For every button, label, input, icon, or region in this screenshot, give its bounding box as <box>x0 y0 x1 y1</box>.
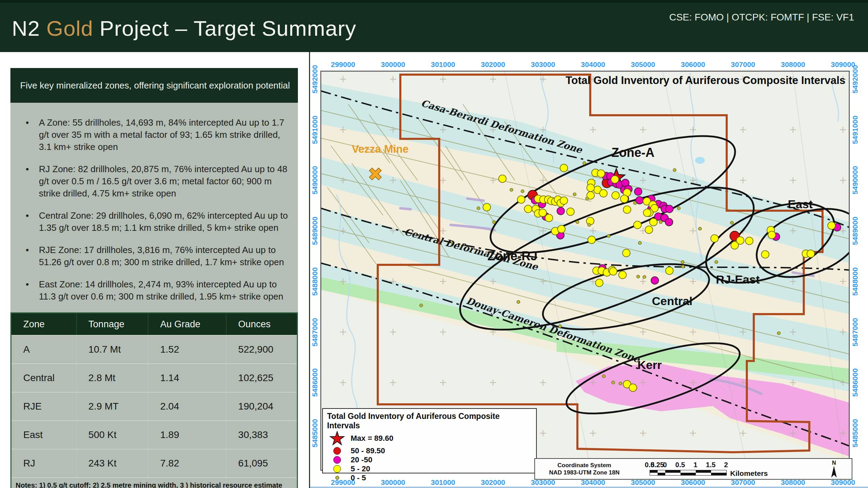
drillhole-point <box>545 214 553 222</box>
legend-item: 0 - 5 <box>327 473 533 482</box>
resource-table-foot: Notes: 1) 0.5 g/t cutoff; 2) 2.5 metre m… <box>11 478 298 488</box>
coordinate-system: Coordinate System NAD 1983-UTM Zone 18N <box>539 462 629 476</box>
drillhole-point <box>620 195 628 203</box>
table-cell: 1.89 <box>148 421 226 449</box>
bullet-item: Central Zone: 29 drillholes, 6,090 m, 62… <box>22 210 292 234</box>
drillhole-point <box>634 221 641 229</box>
scalebar-segment <box>711 470 726 473</box>
axis-tick-label: 5485000 <box>851 419 859 447</box>
drillhole-point <box>623 206 631 213</box>
scalebar-bar <box>650 470 727 476</box>
legend-item-label: 20 -50 <box>351 455 372 464</box>
table-cell: 190,204 <box>226 392 298 421</box>
scalebar-number: 2 <box>724 461 728 469</box>
scalebar-segment <box>665 470 681 473</box>
axis-tick-label: 5485000 <box>311 419 319 447</box>
table-cell: 1.14 <box>148 364 226 392</box>
table-cell: 243 Kt <box>76 449 148 478</box>
coordinate-system-line1: Coordinate System <box>539 462 629 469</box>
legend-dot-icon <box>327 465 347 473</box>
drillhole-point <box>666 267 673 275</box>
map-panel: Casa-Berardi Deformation ZoneCentral Def… <box>309 52 868 488</box>
scalebar-unit: Kilometers <box>730 469 768 478</box>
drillhole-point <box>715 261 718 264</box>
drillhole-point <box>637 275 640 278</box>
scalebar-segment <box>665 473 681 475</box>
key-message-text: Five key mineralized zones, offering sig… <box>20 80 290 91</box>
legend-item-label: 5 - 20 <box>351 464 370 473</box>
lake <box>695 157 705 164</box>
drillhole-point <box>619 382 622 385</box>
drillhole-point <box>651 277 659 284</box>
drillhole-point <box>666 205 673 213</box>
axis-tick-label: 305000 <box>631 60 655 69</box>
bullet-item: RJE Zone: 17 drillholes, 3,816 m, 76% in… <box>22 244 292 268</box>
axis-tick-label: 5490000 <box>311 166 319 195</box>
drillhole-point <box>634 188 642 195</box>
axis-tick-label: 306000 <box>681 60 705 69</box>
legend-item-label: 0 - 5 <box>351 473 366 482</box>
scalebar-segment <box>658 470 665 473</box>
bullet-item: A Zone: 55 drillholes, 14,693 m, 84% int… <box>22 117 292 153</box>
scalebar-number: 0.25 <box>651 461 664 469</box>
table-cell: 30,383 <box>226 421 298 449</box>
scalebar-segment <box>696 470 711 473</box>
bullet-item: RJ Zone: 82 drillholes, 20,875 m, 76% in… <box>22 163 292 200</box>
drillhole-point <box>587 184 594 192</box>
zone-label: Central <box>652 294 692 308</box>
zone-label: Zone-RJ <box>487 249 537 263</box>
drillhole-point <box>682 265 685 268</box>
drillhole-point <box>573 193 576 196</box>
axis-tick-label: 5491000 <box>311 116 319 144</box>
legend-item-label: Max = 89.60 <box>351 434 393 443</box>
axis-tick-label: 5488000 <box>311 267 319 296</box>
drillhole-point <box>611 176 619 183</box>
drillhole-point <box>629 384 637 392</box>
drillhole-point <box>607 235 610 238</box>
legend-item: ★Max = 89.60 <box>327 431 533 446</box>
scalebar-number: 1 <box>693 461 697 469</box>
scalebar-segment <box>658 473 665 475</box>
drillhole-point <box>612 381 615 384</box>
drillhole-point <box>745 237 753 245</box>
map-legend: Total Gold Inventory of Auriferous Compo… <box>322 408 537 473</box>
drillhole-point <box>643 276 646 279</box>
table-cell: Central <box>11 364 77 392</box>
title-gold-word: Gold <box>46 16 93 40</box>
axis-tick-label: 5492000 <box>311 65 319 93</box>
drillhole-point <box>650 218 657 226</box>
drillhole-point <box>612 192 619 199</box>
drillhole-point <box>636 196 643 204</box>
drillhole-point <box>595 279 603 287</box>
table-cell: 2.04 <box>148 392 226 421</box>
drillhole-point <box>699 227 702 230</box>
key-message-box: Five key mineralized zones, offering sig… <box>10 68 298 103</box>
scalebar-segment <box>696 473 711 475</box>
title-prefix: N2 <box>12 16 46 40</box>
legend-dot-icon <box>327 456 347 464</box>
scalebar-segment <box>711 473 726 475</box>
drillhole-point <box>768 231 776 239</box>
drillhole-point <box>524 205 532 213</box>
drillhole-point <box>517 301 520 304</box>
table-row: RJ243 Kt7.8261,095 <box>11 449 298 478</box>
table-notes: Notes: 1) 0.5 g/t cutoff; 2) 2.5 metre m… <box>11 478 298 488</box>
axis-tick-label: 5486000 <box>851 368 859 397</box>
drillhole-point <box>588 224 591 227</box>
axis-tick-label: 5486000 <box>311 368 319 397</box>
drillhole-point <box>855 245 862 252</box>
dot-icon <box>333 456 341 464</box>
zone-label: RJ-East <box>716 273 760 286</box>
drillhole-point <box>560 197 568 204</box>
drillhole-point <box>560 164 568 172</box>
drillhole-point <box>567 208 574 216</box>
axis-tick-label: 301000 <box>431 60 455 69</box>
bottom-accent-line <box>310 487 868 488</box>
star-icon: ★ <box>329 431 345 445</box>
vezza-mine-x-icon: ✖ <box>368 164 383 184</box>
drillhole-point <box>645 226 653 234</box>
axis-tick-label: 302000 <box>481 60 505 69</box>
resource-table: ZoneTonnageAu GradeOunces A10.7 Mt1.5252… <box>10 312 298 488</box>
drillhole-point <box>539 209 546 217</box>
drillhole-point <box>576 221 579 224</box>
